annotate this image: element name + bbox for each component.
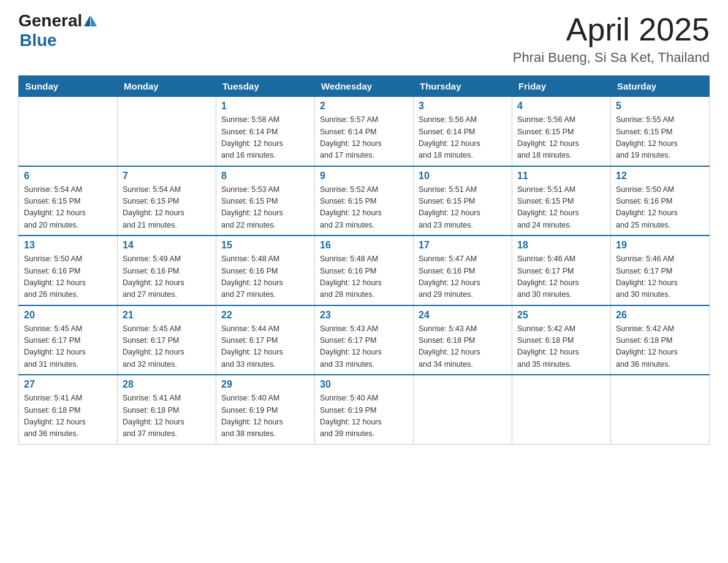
day-info: Sunrise: 5:42 AM Sunset: 6:18 PM Dayligh…: [517, 323, 605, 371]
calendar-cell: 13Sunrise: 5:50 AM Sunset: 6:16 PM Dayli…: [19, 236, 118, 305]
day-info: Sunrise: 5:47 AM Sunset: 6:16 PM Dayligh…: [419, 253, 507, 301]
day-info: Sunrise: 5:46 AM Sunset: 6:17 PM Dayligh…: [517, 253, 605, 301]
calendar-cell: 8Sunrise: 5:53 AM Sunset: 6:15 PM Daylig…: [216, 166, 315, 236]
day-info: Sunrise: 5:55 AM Sunset: 6:15 PM Dayligh…: [616, 114, 704, 162]
calendar-cell: [611, 375, 710, 444]
calendar-cell: 30Sunrise: 5:40 AM Sunset: 6:19 PM Dayli…: [315, 375, 414, 444]
day-info: Sunrise: 5:40 AM Sunset: 6:19 PM Dayligh…: [221, 393, 309, 440]
calendar-cell: 23Sunrise: 5:43 AM Sunset: 6:17 PM Dayli…: [315, 305, 414, 375]
day-number: 24: [419, 310, 507, 321]
calendar-cell: 2Sunrise: 5:57 AM Sunset: 6:14 PM Daylig…: [315, 97, 414, 166]
title-area: April 2025 Phrai Bueng, Si Sa Ket, Thail…: [513, 12, 710, 66]
day-number: 16: [320, 240, 408, 251]
calendar-cell: 16Sunrise: 5:48 AM Sunset: 6:16 PM Dayli…: [315, 236, 414, 305]
calendar-cell: 21Sunrise: 5:45 AM Sunset: 6:17 PM Dayli…: [118, 305, 216, 375]
day-number: 30: [320, 379, 408, 390]
day-number: 19: [616, 240, 704, 251]
calendar-cell: 19Sunrise: 5:46 AM Sunset: 6:17 PM Dayli…: [611, 236, 710, 305]
day-number: 29: [221, 379, 309, 390]
day-info: Sunrise: 5:52 AM Sunset: 6:15 PM Dayligh…: [320, 184, 408, 232]
day-number: 4: [517, 101, 605, 112]
calendar-cell: [118, 97, 216, 166]
day-number: 26: [616, 310, 704, 321]
day-number: 7: [123, 170, 211, 182]
day-info: Sunrise: 5:45 AM Sunset: 6:17 PM Dayligh…: [123, 323, 211, 371]
day-info: Sunrise: 5:45 AM Sunset: 6:17 PM Dayligh…: [24, 323, 112, 371]
day-number: 9: [320, 170, 408, 182]
calendar-cell: 7Sunrise: 5:54 AM Sunset: 6:15 PM Daylig…: [118, 166, 216, 236]
day-info: Sunrise: 5:57 AM Sunset: 6:14 PM Dayligh…: [320, 114, 408, 162]
day-info: Sunrise: 5:48 AM Sunset: 6:16 PM Dayligh…: [320, 253, 408, 301]
day-info: Sunrise: 5:50 AM Sunset: 6:16 PM Dayligh…: [616, 184, 704, 232]
day-number: 15: [221, 240, 309, 251]
day-info: Sunrise: 5:50 AM Sunset: 6:16 PM Dayligh…: [24, 253, 112, 301]
triangle-light-icon: [91, 15, 97, 26]
day-info: Sunrise: 5:46 AM Sunset: 6:17 PM Dayligh…: [616, 253, 704, 301]
day-info: Sunrise: 5:41 AM Sunset: 6:18 PM Dayligh…: [123, 393, 211, 440]
calendar-week-2: 6Sunrise: 5:54 AM Sunset: 6:15 PM Daylig…: [19, 166, 710, 236]
day-number: 13: [24, 240, 112, 251]
logo-general: General: [18, 12, 82, 29]
col-header-tuesday: Tuesday: [216, 76, 315, 97]
day-number: 5: [616, 101, 704, 112]
day-number: 20: [24, 310, 112, 321]
col-header-thursday: Thursday: [414, 76, 512, 97]
logo: General Blue: [18, 12, 97, 50]
day-number: 27: [24, 379, 112, 390]
col-header-friday: Friday: [512, 76, 611, 97]
calendar-cell: 18Sunrise: 5:46 AM Sunset: 6:17 PM Dayli…: [512, 236, 611, 305]
day-number: 28: [123, 379, 211, 390]
day-info: Sunrise: 5:49 AM Sunset: 6:16 PM Dayligh…: [123, 253, 211, 301]
calendar-cell: 4Sunrise: 5:56 AM Sunset: 6:15 PM Daylig…: [512, 97, 611, 166]
day-number: 14: [123, 240, 211, 251]
page-title: April 2025: [513, 12, 710, 47]
day-info: Sunrise: 5:56 AM Sunset: 6:15 PM Dayligh…: [517, 114, 605, 162]
day-number: 8: [221, 170, 309, 182]
day-number: 10: [419, 170, 507, 182]
calendar-week-1: 1Sunrise: 5:58 AM Sunset: 6:14 PM Daylig…: [19, 97, 710, 166]
day-number: 12: [616, 170, 704, 182]
day-number: 3: [419, 101, 507, 112]
day-info: Sunrise: 5:43 AM Sunset: 6:17 PM Dayligh…: [320, 323, 408, 371]
day-number: 23: [320, 310, 408, 321]
calendar-cell: 12Sunrise: 5:50 AM Sunset: 6:16 PM Dayli…: [611, 166, 710, 236]
calendar-cell: 20Sunrise: 5:45 AM Sunset: 6:17 PM Dayli…: [19, 305, 118, 375]
day-info: Sunrise: 5:54 AM Sunset: 6:15 PM Dayligh…: [24, 184, 112, 232]
day-number: 11: [517, 170, 605, 182]
day-info: Sunrise: 5:56 AM Sunset: 6:14 PM Dayligh…: [419, 114, 507, 162]
day-number: 1: [221, 101, 309, 112]
day-info: Sunrise: 5:41 AM Sunset: 6:18 PM Dayligh…: [24, 393, 112, 440]
calendar-cell: 9Sunrise: 5:52 AM Sunset: 6:15 PM Daylig…: [315, 166, 414, 236]
day-info: Sunrise: 5:58 AM Sunset: 6:14 PM Dayligh…: [221, 114, 309, 162]
col-header-sunday: Sunday: [19, 76, 118, 97]
calendar-cell: 5Sunrise: 5:55 AM Sunset: 6:15 PM Daylig…: [611, 97, 710, 166]
calendar-table: SundayMondayTuesdayWednesdayThursdayFrid…: [18, 75, 710, 445]
day-info: Sunrise: 5:51 AM Sunset: 6:15 PM Dayligh…: [419, 184, 507, 232]
calendar-cell: 22Sunrise: 5:44 AM Sunset: 6:17 PM Dayli…: [216, 305, 315, 375]
calendar-cell: [512, 375, 611, 444]
day-info: Sunrise: 5:48 AM Sunset: 6:16 PM Dayligh…: [221, 253, 309, 301]
day-info: Sunrise: 5:40 AM Sunset: 6:19 PM Dayligh…: [320, 393, 408, 440]
calendar-cell: 11Sunrise: 5:51 AM Sunset: 6:15 PM Dayli…: [512, 166, 611, 236]
day-info: Sunrise: 5:42 AM Sunset: 6:18 PM Dayligh…: [616, 323, 704, 371]
calendar-cell: 28Sunrise: 5:41 AM Sunset: 6:18 PM Dayli…: [118, 375, 216, 444]
logo-blue: Blue: [20, 31, 57, 50]
calendar-cell: 10Sunrise: 5:51 AM Sunset: 6:15 PM Dayli…: [414, 166, 512, 236]
page-subtitle: Phrai Bueng, Si Sa Ket, Thailand: [513, 50, 710, 66]
calendar-cell: 1Sunrise: 5:58 AM Sunset: 6:14 PM Daylig…: [216, 97, 315, 166]
day-number: 2: [320, 101, 408, 112]
day-number: 25: [517, 310, 605, 321]
calendar-cell: [414, 375, 512, 444]
calendar-header-row: SundayMondayTuesdayWednesdayThursdayFrid…: [19, 76, 710, 97]
col-header-saturday: Saturday: [611, 76, 710, 97]
col-header-monday: Monday: [118, 76, 216, 97]
calendar-cell: 29Sunrise: 5:40 AM Sunset: 6:19 PM Dayli…: [216, 375, 315, 444]
calendar-cell: 15Sunrise: 5:48 AM Sunset: 6:16 PM Dayli…: [216, 236, 315, 305]
triangle-dark-icon: [84, 15, 90, 26]
calendar-week-3: 13Sunrise: 5:50 AM Sunset: 6:16 PM Dayli…: [19, 236, 710, 305]
calendar-cell: 24Sunrise: 5:43 AM Sunset: 6:18 PM Dayli…: [414, 305, 512, 375]
calendar-cell: 14Sunrise: 5:49 AM Sunset: 6:16 PM Dayli…: [118, 236, 216, 305]
calendar-cell: 6Sunrise: 5:54 AM Sunset: 6:15 PM Daylig…: [19, 166, 118, 236]
day-info: Sunrise: 5:43 AM Sunset: 6:18 PM Dayligh…: [419, 323, 507, 371]
day-info: Sunrise: 5:54 AM Sunset: 6:15 PM Dayligh…: [123, 184, 211, 232]
